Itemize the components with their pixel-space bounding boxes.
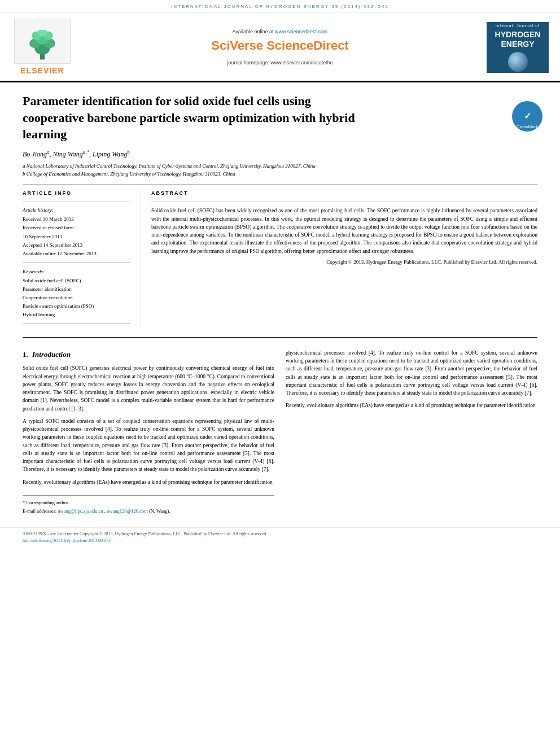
body-left-col: 1. Introduction Solid oxide fuel cell (S… bbox=[23, 349, 274, 516]
elsevier-tree-icon bbox=[23, 30, 62, 61]
center-header: Available online at www.sciencedirect.co… bbox=[73, 28, 487, 67]
svg-text:✓: ✓ bbox=[524, 111, 531, 121]
article-info-abstract: ARTICLE INFO Article history: Received 1… bbox=[23, 190, 537, 328]
section-divider bbox=[23, 185, 537, 185]
received-date: Received 10 March 2013 bbox=[23, 216, 130, 223]
info-hr2 bbox=[23, 262, 130, 263]
crossmark-icon: ✓ CrossMark bbox=[512, 101, 543, 132]
elsevier-logo-image bbox=[14, 19, 71, 64]
logo-hydrogen: HYDROGENENERGY bbox=[495, 30, 541, 49]
keyword-2: Parameter identification bbox=[23, 286, 130, 293]
journal-topbar: INTERNATIONAL JOURNAL OF HYDROGEN ENERGY… bbox=[0, 0, 560, 13]
email-name: (N. Wang). bbox=[149, 508, 170, 514]
received-revised-label: Received in revised form bbox=[23, 224, 130, 231]
keywords-section: Keywords: Solid oxide fuel cell (SOFC) P… bbox=[23, 268, 130, 318]
article-info-col: ARTICLE INFO Article history: Received 1… bbox=[23, 190, 141, 328]
affiliation-b: b College of Economics and Management, Z… bbox=[23, 171, 537, 178]
sciverse-title: SciVerse ScienceDirect bbox=[85, 37, 475, 55]
footer-doi: http://dx.doi.org/10.1016/j.ijhydene.201… bbox=[23, 538, 537, 544]
available-online: Available online 12 November 2013 bbox=[23, 250, 130, 257]
sciencedirect-link[interactable]: www.sciencedirect.com bbox=[275, 29, 328, 34]
intro-para1: Solid oxide fuel cell (SOFC) generates e… bbox=[23, 364, 274, 413]
right-para1: physicochemical processes involved [4]. … bbox=[286, 349, 537, 397]
elsevier-label: ELSEVIER bbox=[20, 65, 64, 76]
authors: Bo Jianga, Ning Wanga,*, Liping Wangb bbox=[23, 148, 537, 159]
info-hr1 bbox=[23, 202, 130, 202]
affiliation-a: a National Laboratory of Industrial Cont… bbox=[23, 163, 537, 171]
svg-text:CrossMark: CrossMark bbox=[517, 124, 539, 129]
logo-circle bbox=[508, 52, 528, 72]
intro-heading: 1. Introduction bbox=[23, 349, 274, 360]
keywords-label: Keywords: bbox=[23, 268, 130, 276]
email-separator: , bbox=[104, 508, 106, 514]
crossmark-area: ✓ CrossMark bbox=[512, 101, 543, 134]
email-label: E-mail addresses: bbox=[23, 508, 56, 514]
footer-issn: 0360-3199/$ – see front matter Copyright… bbox=[23, 531, 537, 538]
article-info-heading: ARTICLE INFO bbox=[23, 190, 130, 197]
logo-internat: internat. Journal of bbox=[496, 23, 540, 29]
email2-link[interactable]: nwang126@126.com bbox=[107, 508, 148, 514]
keyword-4: Particle swarm optimization (PSO) bbox=[23, 303, 130, 310]
copyright-text: Copyright © 2013, Hydrogen Energy Public… bbox=[151, 259, 537, 266]
abstract-text: Solid oxide fuel cell (SOFC) has been wi… bbox=[151, 207, 537, 255]
body-section: 1. Introduction Solid oxide fuel cell (S… bbox=[23, 349, 537, 516]
email1-link[interactable]: nwang@iipc.zju.edu.cn bbox=[58, 508, 103, 514]
intro-para2: A typical SOFC model consists of a set o… bbox=[23, 417, 274, 474]
info-hr3 bbox=[23, 323, 130, 324]
intro-para3: Recently, evolutionary algorithms (EAs) … bbox=[23, 478, 274, 486]
corresponding-author: * Corresponding author. bbox=[23, 499, 274, 506]
right-para2: Recently, evolutionary algorithms (EAs) … bbox=[286, 401, 537, 409]
footer-bar: 0360-3199/$ – see front matter Copyright… bbox=[0, 527, 560, 549]
right-journal-logo: internat. Journal of HYDROGENENERGY bbox=[487, 22, 549, 73]
abstract-hr bbox=[151, 202, 537, 202]
body-divider bbox=[23, 337, 537, 338]
accepted-date: Accepted 14 September 2013 bbox=[23, 242, 130, 249]
available-online-text: Available online at www.sciencedirect.co… bbox=[85, 28, 475, 36]
footnote-section: * Corresponding author. E-mail addresses… bbox=[23, 495, 274, 515]
journal-citation: INTERNATIONAL JOURNAL OF HYDROGEN ENERGY… bbox=[171, 4, 389, 9]
section-number: 1. bbox=[23, 350, 28, 359]
article-history-label: Article history: bbox=[23, 207, 130, 214]
revised-date: 10 September 2013 bbox=[23, 233, 130, 241]
journal-homepage: journal homepage: www.elsevier.com/locat… bbox=[85, 59, 475, 67]
affiliations: a National Laboratory of Industrial Cont… bbox=[23, 163, 537, 178]
paper-title: Parameter identification for solid oxide… bbox=[23, 93, 373, 143]
keyword-5: Hybrid learning bbox=[23, 311, 130, 318]
title-area: ✓ CrossMark Parameter identification for… bbox=[23, 93, 537, 143]
main-content: ✓ CrossMark Parameter identification for… bbox=[0, 93, 560, 516]
doi-link[interactable]: http://dx.doi.org/10.1016/j.ijhydene.201… bbox=[23, 538, 111, 543]
journal-header: ELSEVIER Available online at www.science… bbox=[0, 13, 560, 82]
keyword-3: Cooperative coevolution bbox=[23, 294, 130, 302]
abstract-heading: ABSTRACT bbox=[151, 190, 537, 197]
email-addresses: E-mail addresses: nwang@iipc.zju.edu.cn … bbox=[23, 508, 274, 515]
section-title-text: Introduction bbox=[32, 350, 71, 359]
body-right-col: physicochemical processes involved [4]. … bbox=[286, 349, 537, 516]
keyword-1: Solid oxide fuel cell (SOFC) bbox=[23, 277, 130, 285]
abstract-section: ABSTRACT Solid oxide fuel cell (SOFC) ha… bbox=[141, 190, 537, 328]
elsevier-logo: ELSEVIER bbox=[11, 19, 73, 76]
